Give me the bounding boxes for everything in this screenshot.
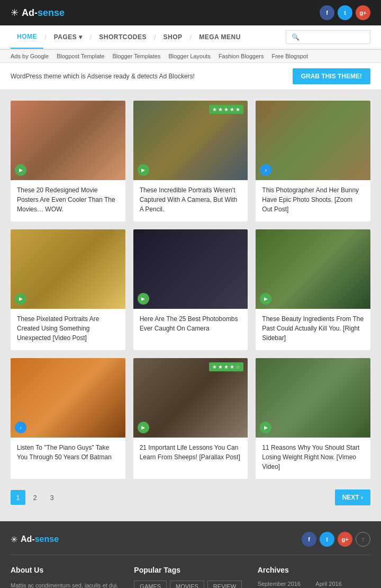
search-input[interactable] (286, 30, 370, 44)
grab-theme-button[interactable]: GRAB THIS THEME! (293, 68, 370, 84)
star-icon: ★ (230, 106, 234, 112)
ads-link-5[interactable]: Free Blogspot (271, 53, 307, 59)
card-body: These Beauty Ingredients From The Past C… (256, 309, 370, 350)
card-image: ▶ (256, 229, 370, 309)
card-body: Listen To "The Piano Guys" Take You Thro… (11, 438, 125, 469)
card-body: This Photographer And Her Bunny Have Epi… (256, 180, 370, 221)
ads-link-3[interactable]: Blogger Layouts (168, 53, 211, 59)
card-type-icon: ▶ (138, 164, 149, 176)
card-title: 21 Important Life Lessons You Can Learn … (140, 443, 242, 462)
article-card-4[interactable]: ▶ These Pixelated Portraits Are Created … (11, 229, 125, 350)
card-body: 11 Reasons Why You Should Start Losing W… (256, 438, 370, 479)
rating-badge: ★★★★☆ (209, 362, 243, 371)
card-title: Here Are The 25 Best Photobombs Ever Cau… (140, 314, 242, 333)
nav-pages[interactable]: PAGES ▾ (48, 26, 89, 48)
article-card-2[interactable]: ★★★★★ ▶ These Incredible Portraits Weren… (133, 101, 248, 221)
ads-link-2[interactable]: Blogger Templates (112, 53, 160, 59)
article-card-8[interactable]: ★★★★☆ ▶ 21 Important Life Lessons You Ca… (133, 358, 248, 479)
card-title: These 20 Redesigned Movie Posters Are Ev… (17, 185, 119, 214)
tag-games[interactable]: GAMES (134, 581, 167, 588)
card-title: These Beauty Ingredients From The Past C… (262, 314, 364, 343)
card-type-icon: ▶ (15, 164, 26, 176)
logo-text: Ad-sense (22, 7, 65, 19)
ads-bar: Ads by Google Blogpost Template Blogger … (0, 50, 381, 63)
article-card-6[interactable]: ▶ These Beauty Ingredients From The Past… (256, 229, 370, 350)
article-card-9[interactable]: ▶ 11 Reasons Why You Should Start Losing… (256, 358, 370, 479)
card-image: ▶ (11, 101, 125, 180)
ads-by-google[interactable]: Ads by Google (11, 53, 49, 59)
card-type-icon: ▶ (15, 293, 26, 305)
card-body: Here Are The 25 Best Photobombs Ever Cau… (133, 309, 248, 341)
card-type-icon: ▶ (138, 293, 149, 305)
tags-wrap: GAMESMOVIESREVIEWWORK (134, 581, 247, 588)
tag-review[interactable]: REVIEW (207, 581, 242, 588)
card-title: Listen To "The Piano Guys" Take You Thro… (17, 443, 119, 462)
nav-home[interactable]: HOME (11, 25, 43, 49)
article-card-3[interactable]: ♪ This Photographer And Her Bunny Have E… (256, 101, 370, 221)
footer-tags: Popular Tags GAMESMOVIESREVIEWWORK (134, 566, 247, 588)
footer-google-plus-button[interactable]: g+ (338, 532, 352, 547)
page-3[interactable]: 3 (44, 490, 59, 505)
archive-link[interactable]: September 2016 (258, 581, 313, 587)
archive-link[interactable]: April 2016 (315, 581, 370, 587)
next-button[interactable]: NEXT › (335, 489, 370, 505)
card-title: These Pixelated Portraits Are Created Us… (17, 314, 119, 343)
star-icon: ★ (218, 106, 223, 112)
header-social: f t g+ (320, 5, 370, 20)
page-2[interactable]: 2 (28, 490, 42, 505)
nav-links: HOME / PAGES ▾ / SHORTCODES / SHOP / MEG… (11, 25, 247, 49)
star-icon: ★ (224, 106, 229, 112)
pagination: 1 2 3 NEXT › (11, 479, 370, 511)
about-title: About Us (11, 566, 123, 574)
footer-logo-text: Ad-sense (21, 534, 59, 544)
footer-twitter-button[interactable]: t (320, 532, 334, 547)
card-image: ♪ (11, 358, 125, 438)
star-icon: ☆ (235, 364, 240, 370)
footer-columns: About Us Mattis ac condimentum sed, iacu… (11, 566, 370, 588)
nav-shortcodes[interactable]: SHORTCODES (93, 26, 153, 48)
card-type-icon: ♪ (15, 422, 26, 433)
star-icon: ★ (212, 106, 217, 112)
footer-logo[interactable]: ✳ Ad-sense (11, 534, 59, 545)
main-content: ▶ These 20 Redesigned Movie Posters Are … (0, 90, 381, 521)
card-type-icon: ▶ (138, 422, 149, 433)
logo[interactable]: ✳ Ad-sense (11, 7, 65, 19)
page-numbers: 1 2 3 (11, 490, 59, 505)
ads-link-1[interactable]: Blogpost Template (57, 53, 104, 59)
tag-movies[interactable]: MOVIES (170, 581, 204, 588)
nav-shop[interactable]: SHOP (157, 26, 189, 48)
about-text-1: Mattis ac condimentum sed, iaculis et du… (11, 581, 123, 588)
footer-top: ✳ Ad-sense f t g+ ↑ (11, 532, 370, 555)
scroll-up-button[interactable]: ↑ (356, 532, 370, 547)
card-body: 21 Important Life Lessons You Can Learn … (133, 438, 248, 469)
card-image: ★★★★☆ ▶ (133, 358, 248, 438)
facebook-button[interactable]: f (320, 5, 334, 20)
card-title: These Incredible Portraits Weren't Captu… (140, 185, 242, 214)
site-header: ✳ Ad-sense f t g+ (0, 0, 381, 25)
card-body: These 20 Redesigned Movie Posters Are Ev… (11, 180, 125, 221)
footer: ✳ Ad-sense f t g+ ↑ About Us Mattis ac c… (0, 521, 381, 588)
navigation: HOME / PAGES ▾ / SHORTCODES / SHOP / MEG… (0, 25, 381, 50)
footer-about: About Us Mattis ac condimentum sed, iacu… (11, 566, 123, 588)
star-icon: ★ (212, 364, 217, 370)
logo-sense: sense (38, 7, 65, 18)
card-body: These Pixelated Portraits Are Created Us… (11, 309, 125, 350)
footer-archives: Archives September 2016April 2016March 2… (258, 566, 370, 588)
star-icon: ★ (218, 364, 223, 370)
card-title: 11 Reasons Why You Should Start Losing W… (262, 443, 364, 471)
star-icon: ★ (230, 364, 234, 370)
footer-facebook-button[interactable]: f (302, 532, 316, 547)
article-card-7[interactable]: ♪ Listen To "The Piano Guys" Take You Th… (11, 358, 125, 479)
footer-social: f t g+ ↑ (302, 532, 370, 547)
card-body: These Incredible Portraits Weren't Captu… (133, 180, 248, 221)
rating-badge: ★★★★★ (209, 105, 243, 114)
card-image: ▶ (133, 229, 248, 309)
twitter-button[interactable]: t (338, 5, 352, 20)
ads-link-4[interactable]: Fashion Bloggers (219, 53, 264, 59)
google-plus-button[interactable]: g+ (356, 5, 370, 20)
article-card-1[interactable]: ▶ These 20 Redesigned Movie Posters Are … (11, 101, 125, 221)
page-1[interactable]: 1 (11, 490, 25, 505)
article-card-5[interactable]: ▶ Here Are The 25 Best Photobombs Ever C… (133, 229, 248, 350)
footer-logo-ad: Ad- (21, 534, 35, 544)
nav-mega-menu[interactable]: MEGA MENU (193, 26, 247, 48)
